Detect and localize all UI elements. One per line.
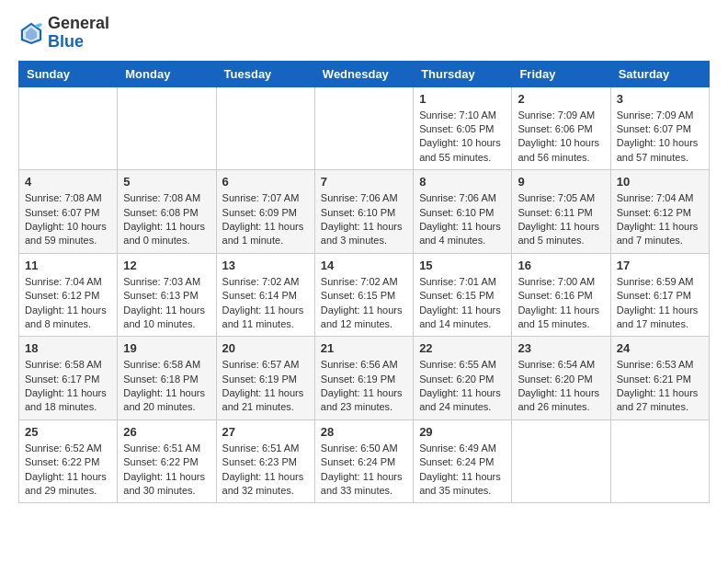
day-info: Sunrise: 7:08 AM Sunset: 6:08 PM Dayligh… — [123, 191, 210, 248]
day-number: 25 — [25, 425, 111, 439]
header-monday: Monday — [118, 61, 216, 86]
calendar-cell: 26Sunrise: 6:51 AM Sunset: 6:22 PM Dayli… — [118, 419, 216, 503]
day-info: Sunrise: 7:03 AM Sunset: 6:13 PM Dayligh… — [123, 275, 210, 332]
day-info: Sunrise: 6:56 AM Sunset: 6:19 PM Dayligh… — [321, 358, 407, 415]
day-info: Sunrise: 6:53 AM Sunset: 6:21 PM Dayligh… — [617, 358, 703, 415]
day-number: 6 — [222, 175, 309, 189]
header-friday: Friday — [512, 61, 610, 86]
day-info: Sunrise: 7:05 AM Sunset: 6:11 PM Dayligh… — [518, 191, 604, 248]
day-number: 18 — [25, 341, 111, 355]
day-info: Sunrise: 7:09 AM Sunset: 6:06 PM Dayligh… — [518, 109, 604, 166]
day-number: 8 — [419, 175, 506, 189]
calendar-cell: 1Sunrise: 7:10 AM Sunset: 6:05 PM Daylig… — [414, 86, 512, 170]
calendar-cell: 15Sunrise: 7:01 AM Sunset: 6:15 PM Dayli… — [414, 253, 512, 337]
day-number: 26 — [123, 425, 210, 439]
day-number: 7 — [321, 175, 407, 189]
day-info: Sunrise: 6:58 AM Sunset: 6:17 PM Dayligh… — [25, 358, 111, 415]
calendar-cell: 10Sunrise: 7:04 AM Sunset: 6:12 PM Dayli… — [610, 170, 709, 254]
day-info: Sunrise: 6:51 AM Sunset: 6:23 PM Dayligh… — [222, 442, 309, 499]
week-row-4: 25Sunrise: 6:52 AM Sunset: 6:22 PM Dayli… — [19, 419, 710, 503]
header-tuesday: Tuesday — [216, 61, 314, 86]
day-number: 17 — [617, 259, 703, 272]
calendar-cell: 23Sunrise: 6:54 AM Sunset: 6:20 PM Dayli… — [512, 337, 610, 420]
logo: General Blue — [18, 15, 109, 52]
day-info: Sunrise: 7:07 AM Sunset: 6:09 PM Dayligh… — [222, 191, 309, 248]
day-info: Sunrise: 6:59 AM Sunset: 6:17 PM Dayligh… — [617, 275, 703, 332]
calendar-cell: 2Sunrise: 7:09 AM Sunset: 6:06 PM Daylig… — [512, 86, 610, 170]
day-info: Sunrise: 7:08 AM Sunset: 6:07 PM Dayligh… — [25, 191, 111, 248]
day-number: 11 — [25, 259, 111, 272]
calendar-cell — [118, 86, 216, 170]
day-number: 9 — [518, 175, 604, 189]
day-number: 28 — [321, 425, 407, 439]
day-number: 3 — [617, 92, 703, 106]
day-info: Sunrise: 7:10 AM Sunset: 6:05 PM Dayligh… — [419, 109, 506, 166]
calendar-cell: 22Sunrise: 6:55 AM Sunset: 6:20 PM Dayli… — [414, 337, 512, 420]
calendar-cell: 25Sunrise: 6:52 AM Sunset: 6:22 PM Dayli… — [19, 419, 118, 503]
calendar-cell: 24Sunrise: 6:53 AM Sunset: 6:21 PM Dayli… — [610, 337, 709, 420]
day-number: 19 — [123, 341, 210, 355]
day-number: 16 — [518, 259, 604, 272]
calendar-cell: 29Sunrise: 6:49 AM Sunset: 6:24 PM Dayli… — [414, 419, 512, 503]
day-info: Sunrise: 7:04 AM Sunset: 6:12 PM Dayligh… — [25, 275, 111, 332]
calendar-cell: 9Sunrise: 7:05 AM Sunset: 6:11 PM Daylig… — [512, 170, 610, 254]
calendar-cell: 18Sunrise: 6:58 AM Sunset: 6:17 PM Dayli… — [19, 337, 118, 420]
day-number: 23 — [518, 341, 604, 355]
calendar-cell: 21Sunrise: 6:56 AM Sunset: 6:19 PM Dayli… — [314, 337, 413, 420]
calendar-cell: 16Sunrise: 7:00 AM Sunset: 6:16 PM Dayli… — [512, 253, 610, 337]
calendar-header-row: SundayMondayTuesdayWednesdayThursdayFrid… — [19, 61, 710, 86]
day-info: Sunrise: 6:52 AM Sunset: 6:22 PM Dayligh… — [25, 442, 111, 499]
calendar-cell: 13Sunrise: 7:02 AM Sunset: 6:14 PM Dayli… — [216, 253, 314, 337]
day-info: Sunrise: 6:54 AM Sunset: 6:20 PM Dayligh… — [518, 358, 604, 415]
day-number: 22 — [419, 341, 506, 355]
day-info: Sunrise: 6:58 AM Sunset: 6:18 PM Dayligh… — [123, 358, 210, 415]
calendar-cell: 27Sunrise: 6:51 AM Sunset: 6:23 PM Dayli… — [216, 419, 314, 503]
calendar-cell: 17Sunrise: 6:59 AM Sunset: 6:17 PM Dayli… — [610, 253, 709, 337]
calendar-cell: 7Sunrise: 7:06 AM Sunset: 6:10 PM Daylig… — [314, 170, 413, 254]
calendar-cell — [19, 86, 118, 170]
calendar-cell: 14Sunrise: 7:02 AM Sunset: 6:15 PM Dayli… — [314, 253, 413, 337]
day-info: Sunrise: 7:06 AM Sunset: 6:10 PM Dayligh… — [419, 191, 506, 248]
calendar-cell: 6Sunrise: 7:07 AM Sunset: 6:09 PM Daylig… — [216, 170, 314, 254]
calendar-cell: 12Sunrise: 7:03 AM Sunset: 6:13 PM Dayli… — [118, 253, 216, 337]
day-info: Sunrise: 6:51 AM Sunset: 6:22 PM Dayligh… — [123, 442, 210, 499]
calendar-cell — [512, 419, 610, 503]
day-number: 13 — [222, 259, 309, 272]
calendar-cell: 8Sunrise: 7:06 AM Sunset: 6:10 PM Daylig… — [414, 170, 512, 254]
day-number: 2 — [518, 92, 604, 106]
header-thursday: Thursday — [414, 61, 512, 86]
day-info: Sunrise: 6:57 AM Sunset: 6:19 PM Dayligh… — [222, 358, 309, 415]
logo-icon — [18, 20, 44, 46]
day-number: 5 — [123, 175, 210, 189]
day-number: 1 — [419, 92, 506, 106]
calendar-cell: 28Sunrise: 6:50 AM Sunset: 6:24 PM Dayli… — [314, 419, 413, 503]
day-number: 4 — [25, 175, 111, 189]
day-info: Sunrise: 7:06 AM Sunset: 6:10 PM Dayligh… — [321, 191, 407, 248]
day-number: 29 — [419, 425, 506, 439]
day-info: Sunrise: 7:01 AM Sunset: 6:15 PM Dayligh… — [419, 275, 506, 332]
header-wednesday: Wednesday — [314, 61, 413, 86]
calendar-cell: 19Sunrise: 6:58 AM Sunset: 6:18 PM Dayli… — [118, 337, 216, 420]
day-number: 15 — [419, 259, 506, 272]
calendar-cell: 5Sunrise: 7:08 AM Sunset: 6:08 PM Daylig… — [118, 170, 216, 254]
day-info: Sunrise: 6:55 AM Sunset: 6:20 PM Dayligh… — [419, 358, 506, 415]
week-row-0: 1Sunrise: 7:10 AM Sunset: 6:05 PM Daylig… — [19, 86, 710, 170]
header-sunday: Sunday — [19, 61, 118, 86]
day-info: Sunrise: 7:02 AM Sunset: 6:15 PM Dayligh… — [321, 275, 407, 332]
page-header: General Blue — [18, 15, 710, 52]
day-number: 10 — [617, 175, 703, 189]
calendar-cell: 4Sunrise: 7:08 AM Sunset: 6:07 PM Daylig… — [19, 170, 118, 254]
day-info: Sunrise: 7:09 AM Sunset: 6:07 PM Dayligh… — [617, 109, 703, 166]
day-number: 21 — [321, 341, 407, 355]
day-info: Sunrise: 7:04 AM Sunset: 6:12 PM Dayligh… — [617, 191, 703, 248]
calendar-table: SundayMondayTuesdayWednesdayThursdayFrid… — [18, 61, 710, 504]
day-info: Sunrise: 7:02 AM Sunset: 6:14 PM Dayligh… — [222, 275, 309, 332]
header-saturday: Saturday — [610, 61, 709, 86]
week-row-1: 4Sunrise: 7:08 AM Sunset: 6:07 PM Daylig… — [19, 170, 710, 254]
day-info: Sunrise: 6:50 AM Sunset: 6:24 PM Dayligh… — [321, 442, 407, 499]
calendar-cell — [216, 86, 314, 170]
calendar-cell: 11Sunrise: 7:04 AM Sunset: 6:12 PM Dayli… — [19, 253, 118, 337]
day-number: 20 — [222, 341, 309, 355]
day-number: 24 — [617, 341, 703, 355]
day-number: 27 — [222, 425, 309, 439]
